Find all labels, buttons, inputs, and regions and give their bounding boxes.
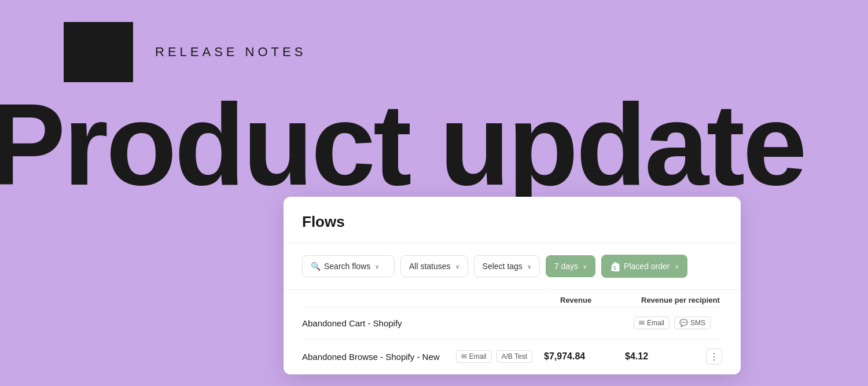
flows-header: Flows (284, 197, 741, 243)
search-flows-button[interactable]: 🔍 Search flows ∨ (302, 255, 395, 277)
email-badge: ✉ Email (456, 350, 492, 363)
flows-table: Revenue Revenue per recipient Abandoned … (284, 290, 741, 374)
trigger-label: Placed order (624, 262, 670, 271)
revenue-column-header: Revenue (560, 296, 618, 304)
ab-test-badge: A/B Test (496, 350, 532, 363)
flows-title: Flows (302, 213, 345, 230)
table-row: Abandoned Browse - Shopify - New ✉ Email… (302, 339, 722, 374)
email-label: Email (469, 352, 487, 361)
search-chevron-icon: ∨ (375, 263, 379, 270)
search-icon: 🔍 (311, 262, 321, 271)
rpr-value: $4.12 (625, 351, 683, 362)
row-more-button[interactable]: ⋮ (706, 348, 722, 365)
filters-row: 🔍 Search flows ∨ All statuses ∨ Select t… (284, 243, 741, 290)
rpr-column-header: Revenue per recipient (641, 296, 722, 304)
email-label: Email (647, 319, 664, 327)
table-row: Abandoned Cart - Shopify ✉ Email 💬 SMS (302, 307, 722, 339)
flows-card: Flows 🔍 Search flows ∨ All statuses ∨ Se… (284, 197, 741, 374)
email-icon: ✉ (639, 319, 645, 327)
sms-label: SMS (690, 319, 705, 327)
revenue-values: $7,974.84 $4.12 ⋮ (544, 348, 722, 365)
trigger-filter-button[interactable]: Placed order ∨ (601, 255, 687, 278)
status-filter-button[interactable]: All statuses ∨ (400, 255, 468, 277)
status-chevron-icon: ∨ (455, 263, 459, 270)
release-notes-label: RELEASE NOTES (155, 45, 306, 60)
search-flows-label: Search flows (324, 262, 370, 271)
flow-badges: ✉ Email A/B Test (456, 350, 532, 363)
flow-badges: ✉ Email 💬 SMS (634, 317, 711, 329)
table-header-row: Revenue Revenue per recipient (302, 290, 722, 307)
sms-icon: 💬 (679, 319, 688, 327)
sms-badge: 💬 SMS (674, 317, 711, 329)
email-badge: ✉ Email (634, 317, 670, 329)
brand-logo (46, 17, 145, 87)
days-chevron-icon: ∨ (583, 263, 587, 270)
status-label: All statuses (409, 262, 451, 271)
logo-area: RELEASE NOTES (46, 17, 306, 87)
trigger-chevron-icon: ∨ (675, 263, 679, 270)
flow-name: Abandoned Browse - Shopify - New (302, 352, 456, 362)
ab-test-label: A/B Test (502, 352, 527, 361)
flow-name: Abandoned Cart - Shopify (302, 318, 634, 328)
revenue-value: $7,974.84 (544, 351, 602, 362)
tags-chevron-icon: ∨ (527, 263, 531, 270)
days-label: 7 days (554, 262, 578, 271)
shopify-icon (610, 261, 620, 271)
tags-filter-button[interactable]: Select tags ∨ (474, 255, 540, 277)
hero-title: Product update (0, 87, 805, 203)
tags-label: Select tags (483, 262, 523, 271)
email-icon: ✉ (461, 352, 467, 361)
days-filter-button[interactable]: 7 days ∨ (546, 255, 595, 277)
